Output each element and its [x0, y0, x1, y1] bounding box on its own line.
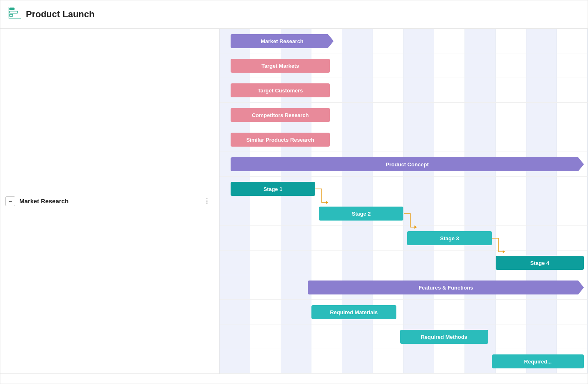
chart-row-target-customers: Target Customers: [220, 78, 588, 103]
app-container: Product Launch − Market Research ⋮ Targe…: [0, 0, 588, 384]
svg-rect-0: [9, 8, 14, 10]
bar-stage4[interactable]: Stage 4: [496, 256, 584, 270]
chart-row-required-knowhow: Required...: [220, 349, 588, 374]
bar-market-research[interactable]: Market Research: [231, 34, 334, 48]
chart-row-similar-products: Similar Products Research: [220, 127, 588, 152]
app-title: Product Launch: [26, 9, 94, 20]
bar-required-knowhow[interactable]: Required...: [492, 354, 584, 368]
left-panel: − Market Research ⋮ Target Markets ⋮ Tar…: [0, 29, 220, 374]
bar-product-concept[interactable]: Product Concept: [231, 157, 584, 171]
chart-row-stage1: Stage 1: [220, 177, 588, 201]
expand-market-research[interactable]: −: [5, 196, 15, 206]
chart-row-competitors-research: Competitors Research: [220, 103, 588, 127]
bar-required-methods[interactable]: Required Methods: [400, 330, 488, 344]
right-panel: Market Research Target Markets: [220, 29, 588, 374]
chart-row-stage2: Stage 2: [220, 201, 588, 226]
chart-row-required-materials: Required Materials: [220, 300, 588, 324]
gantt-icon: [9, 7, 21, 21]
bar-stage3[interactable]: Stage 3: [407, 231, 492, 245]
bar-competitors-research[interactable]: Competitors Research: [231, 108, 330, 122]
chart-row-stage3: Stage 3: [220, 226, 588, 251]
bar-target-markets[interactable]: Target Markets: [231, 59, 330, 73]
header: Product Launch: [0, 0, 588, 29]
bar-target-customers[interactable]: Target Customers: [231, 83, 330, 97]
chart-row-stage4: Stage 4: [220, 251, 588, 275]
bar-required-materials[interactable]: Required Materials: [311, 305, 396, 319]
drag-market-research[interactable]: ⋮: [200, 197, 214, 205]
svg-rect-1: [9, 11, 18, 13]
svg-rect-2: [9, 14, 13, 16]
bar-stage1[interactable]: Stage 1: [231, 182, 315, 196]
gantt-body: − Market Research ⋮ Target Markets ⋮ Tar…: [0, 29, 588, 374]
chart-area: Market Research Target Markets: [220, 29, 588, 374]
bar-similar-products[interactable]: Similar Products Research: [231, 133, 330, 147]
label-market-research: Market Research: [19, 198, 200, 205]
chart-row-features-functions: Features & Functions: [220, 275, 588, 300]
chart-row-required-methods: Required Methods: [220, 324, 588, 349]
bar-stage2[interactable]: Stage 2: [319, 207, 403, 221]
chart-row-market-research: Market Research: [220, 29, 588, 53]
chart-row-product-concept: Product Concept: [220, 152, 588, 177]
chart-row-target-markets: Target Markets: [220, 53, 588, 78]
bar-features-functions[interactable]: Features & Functions: [308, 281, 584, 294]
row-market-research: − Market Research ⋮: [0, 29, 219, 374]
